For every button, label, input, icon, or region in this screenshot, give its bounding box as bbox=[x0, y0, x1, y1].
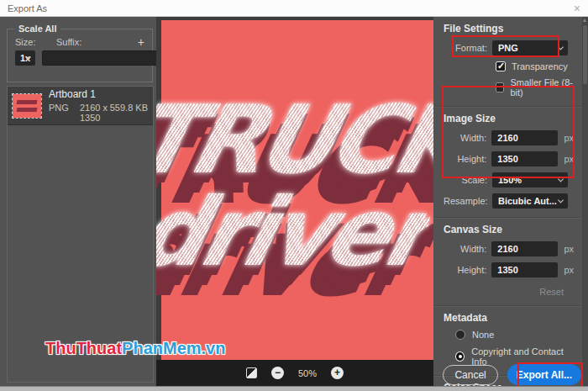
file-settings-section: File Settings Format: PNG ✓ Transparency… bbox=[433, 17, 582, 106]
canvas-size-section: Canvas Size Width: 2160 px Height: 1350 … bbox=[433, 217, 582, 305]
size-select[interactable]: 1x bbox=[15, 50, 35, 66]
close-icon[interactable]: × bbox=[574, 2, 580, 15]
canvas-width-input[interactable]: 2160 bbox=[491, 241, 558, 256]
scale-all-group: Scale All Size: Suffix: + 1x bbox=[7, 29, 153, 82]
preview-zoom-bar: − 50% + bbox=[156, 360, 433, 386]
truck-face-layer: TRUCK bbox=[156, 92, 433, 187]
size-label: Size: bbox=[15, 37, 56, 47]
artboard-preview: TRUCK TRUCK driver driver bbox=[161, 20, 433, 360]
image-width-input[interactable]: 2160 bbox=[491, 130, 558, 145]
scale-label: Scale: bbox=[444, 175, 487, 185]
width-unit: px bbox=[564, 133, 574, 143]
format-select[interactable]: PNG bbox=[492, 40, 568, 55]
image-size-title: Image Size bbox=[444, 113, 574, 124]
dialog-bottom-edge bbox=[0, 386, 588, 391]
dialog-footer: Cancel Export All... bbox=[433, 363, 581, 386]
cancel-button[interactable]: Cancel bbox=[443, 365, 497, 385]
transparency-checkbox[interactable]: ✓ bbox=[496, 61, 506, 71]
dialog-title: Export As bbox=[8, 3, 47, 13]
resample-label: Resample: bbox=[444, 196, 487, 206]
scrollbar-thumb[interactable] bbox=[583, 25, 587, 84]
artboard-file-size: 559.8 KB bbox=[110, 103, 148, 123]
canvas-width-label: Width: bbox=[444, 244, 486, 254]
zoom-out-button[interactable]: − bbox=[271, 367, 284, 379]
artboard-dimensions: 2160 x 1350 bbox=[80, 103, 110, 123]
suffix-label: Suffix: bbox=[56, 37, 138, 47]
metadata-none-label: None bbox=[472, 330, 494, 340]
export-preview: TRUCK TRUCK driver driver bbox=[156, 17, 433, 360]
add-scale-button[interactable]: + bbox=[138, 38, 144, 46]
suffix-input[interactable] bbox=[42, 50, 171, 66]
format-label: Format: bbox=[444, 43, 487, 53]
driver-face-layer: driver bbox=[156, 185, 433, 279]
metadata-none-radio[interactable] bbox=[455, 330, 465, 340]
settings-scrollbar[interactable] bbox=[582, 17, 588, 386]
artboards-panel: Scale All Size: Suffix: + 1x Artboard 1 bbox=[0, 17, 156, 386]
metadata-copyright-radio[interactable] bbox=[455, 351, 465, 362]
canvas-height-unit: px bbox=[564, 265, 574, 275]
resample-value: Bicubic Aut... bbox=[498, 196, 557, 206]
height-label: Height: bbox=[444, 154, 486, 164]
zoom-in-button[interactable]: + bbox=[331, 367, 344, 379]
scroll-up-icon[interactable] bbox=[583, 18, 586, 22]
zoom-level: 50% bbox=[298, 368, 317, 378]
image-size-section: Image Size Width: 2160 px Height: 1350 p… bbox=[433, 106, 582, 217]
file-settings-title: File Settings bbox=[444, 23, 574, 34]
chevron-down-icon bbox=[558, 44, 564, 50]
width-label: Width: bbox=[444, 133, 486, 143]
image-height-input[interactable]: 1350 bbox=[491, 151, 558, 166]
chevron-down-icon bbox=[558, 176, 564, 182]
canvas-height-input[interactable]: 1350 bbox=[491, 262, 558, 277]
reset-button[interactable]: Reset bbox=[533, 285, 570, 299]
transparency-label: Transparency bbox=[512, 61, 568, 71]
export-all-button[interactable]: Export All... bbox=[507, 364, 581, 385]
scale-all-title: Scale All bbox=[14, 24, 60, 34]
artboard-format: PNG bbox=[49, 103, 80, 123]
metadata-title: Metadata bbox=[444, 312, 574, 324]
fit-artboard-icon[interactable] bbox=[246, 367, 257, 378]
smaller-file-label: Smaller File (8-bit) bbox=[510, 77, 574, 98]
scale-select[interactable]: 150% bbox=[492, 172, 568, 188]
canvas-width-unit: px bbox=[564, 244, 574, 254]
chevron-down-icon bbox=[558, 197, 564, 203]
scale-value: 150% bbox=[498, 175, 522, 185]
settings-panel: File Settings Format: PNG ✓ Transparency… bbox=[433, 17, 582, 386]
artboard-thumbnail bbox=[13, 94, 41, 118]
check-icon: ✓ bbox=[497, 61, 505, 71]
format-value: PNG bbox=[498, 43, 518, 53]
title-bar: Export As × bbox=[0, 0, 588, 17]
artboard-list-item[interactable]: Artboard 1 PNG 2160 x 1350 559.8 KB bbox=[8, 87, 153, 125]
artboard-list: Artboard 1 PNG 2160 x 1350 559.8 KB bbox=[7, 86, 154, 383]
resample-select[interactable]: Bicubic Aut... bbox=[492, 193, 568, 209]
export-as-dialog: Export As × Scale All Size: Suffix: + 1x bbox=[0, 0, 588, 391]
height-unit: px bbox=[564, 154, 574, 164]
smaller-file-checkbox[interactable]: ✓ bbox=[496, 82, 504, 92]
artboard-name: Artboard 1 bbox=[49, 88, 148, 100]
canvas-height-label: Height: bbox=[444, 265, 486, 275]
canvas-size-title: Canvas Size bbox=[444, 224, 574, 235]
